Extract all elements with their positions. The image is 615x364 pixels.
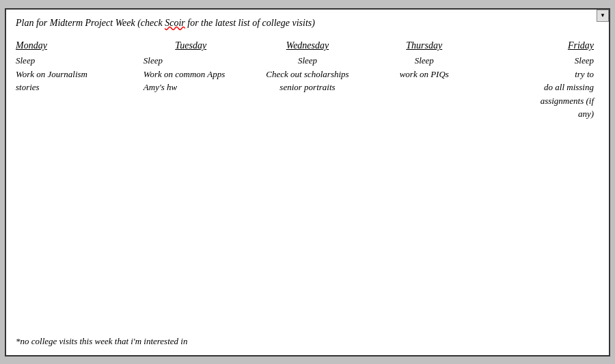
thursday-column: Thursday Sleep work on PIQs [366, 40, 482, 348]
friday-header: Friday [488, 40, 594, 51]
wednesday-content: Sleep Check out scholarships senior port… [255, 54, 361, 94]
monday-content: Sleep Work on Journalism stories [16, 54, 127, 94]
friday-column: Friday Sleep try to do all missing assig… [482, 40, 599, 348]
monday-header: Monday [16, 40, 127, 51]
footer-note: *no college visits this week that i'm in… [16, 329, 187, 347]
thursday-header: Thursday [371, 40, 477, 51]
tuesday-header: Tuesday [138, 40, 244, 51]
scoir-link[interactable]: Scoir [165, 18, 185, 28]
main-window: ▼ Plan for Midterm Project Week (check S… [5, 8, 610, 356]
week-grid: Monday Sleep Work on Journalism stories … [16, 40, 599, 348]
monday-column: Monday Sleep Work on Journalism stories [16, 40, 133, 348]
wednesday-column: Wednesday Sleep Check out scholarships s… [249, 40, 366, 348]
scroll-down-button[interactable]: ▼ [597, 10, 609, 22]
wednesday-header: Wednesday [255, 40, 361, 51]
thursday-content: Sleep work on PIQs [371, 54, 477, 81]
header-text: Plan for Midterm Project Week (check Sco… [16, 16, 599, 30]
friday-content: Sleep try to do all missing assignments … [488, 54, 594, 121]
tuesday-content: Sleep Work on common Apps Amy's hw [138, 54, 244, 94]
tuesday-column: Tuesday Sleep Work on common Apps Amy's … [133, 40, 249, 348]
